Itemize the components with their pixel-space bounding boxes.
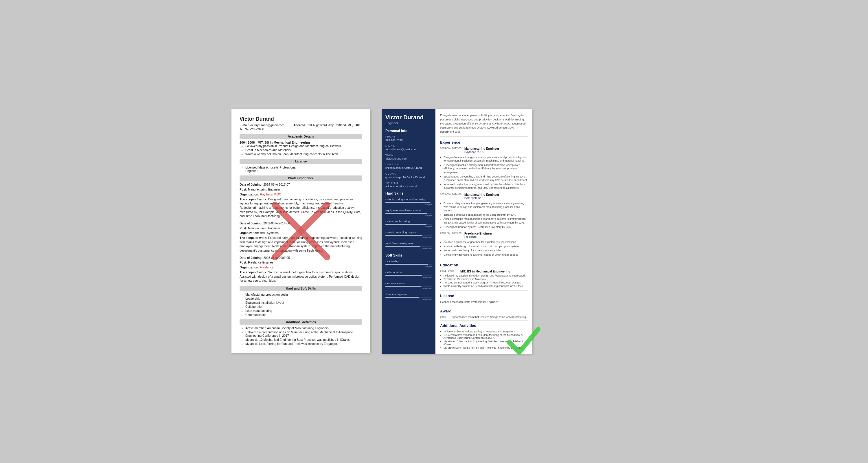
- sidebar-linkedin: LinkedIn linkedin.com/in/VictorJDurand: [385, 163, 432, 169]
- exp-role-3: Freelance Engineer: [464, 232, 492, 235]
- classic-work1-org: Organization: Raytheon IADC: [240, 192, 362, 197]
- classic-academic-bullet-3: Wrote a weekly column on Lean Manufactur…: [245, 152, 362, 156]
- sidebar-email: E-mail victorjdurand@gmail.com: [385, 144, 432, 151]
- edu-details-1: MIT, BS in Mechanical Engineering: [460, 269, 510, 273]
- classic-academic-dates: 2004-2008 - MIT, BS in Mechanical Engine…: [240, 141, 362, 144]
- classic-work1-scope: The scope of work: Designed manufacturin…: [240, 197, 362, 218]
- exp-bullet-3-4: Consistently delivered to customer needs…: [443, 253, 528, 257]
- modern-summary: Energetic mechanical engineer with 9+ ye…: [440, 113, 528, 136]
- edu-bullet-3: Pursued an independent study program in …: [443, 281, 528, 284]
- classic-name: Victor Durand: [240, 116, 362, 122]
- modern-title: Engineer: [385, 121, 432, 125]
- classic-resume-wrapper: Victor Durand E-Mail: victorjdurand@gmai…: [231, 109, 370, 353]
- classic-address: Address: 134 Rightward Way Portland, ME,…: [293, 123, 362, 127]
- classic-skill-3: Equipment installation layout: [245, 301, 362, 304]
- exp-entry-3: 2008-06 - 2009-05 Freelance Engineer Fre…: [440, 232, 528, 257]
- quora-value: quora.com/profile/VictorJDurand: [385, 175, 432, 179]
- exp-header-3: 2008-06 - 2009-05 Freelance Engineer Fre…: [440, 232, 528, 239]
- hard-skills-title: Hard Skills: [385, 192, 432, 196]
- modern-additional-2: Delivered a presentation on Lean Manufac…: [443, 334, 528, 339]
- classic-skill-4: Collaboration: [245, 305, 362, 308]
- classic-work2-scope: The scope of work: Executed daily manufa…: [240, 236, 362, 253]
- classic-email-label: E-Mail:: [240, 123, 249, 127]
- award-title: Award: [440, 309, 528, 313]
- classic-contact-row1: E-Mail: victorjdurand@gmail.com Address:…: [240, 123, 362, 127]
- hard-skill-4: Material Handling Layout Advanced: [385, 231, 432, 239]
- modern-additional-4: My article Lock Picking for Fun and Prof…: [443, 346, 528, 349]
- exp-company-1: Raytheon IADC: [464, 150, 499, 153]
- soft-skill-1: Leadership Expert: [385, 260, 432, 268]
- classic-email: E-Mail: victorjdurand@gmail.com: [240, 123, 284, 127]
- classic-skill-6: Communication: [245, 313, 362, 317]
- exp-details-3: Freelance Engineer Freelance: [464, 232, 492, 239]
- edu-header-1: 2004 - 2008 MIT, BS in Mechanical Engine…: [440, 269, 528, 273]
- exp-bullet-2-1: Executed daily manufacturing engineering…: [443, 202, 528, 212]
- skill-bar-fill-5: [385, 246, 421, 247]
- skill-bar-fill-4: [385, 235, 422, 236]
- quora-label: Quora: [385, 172, 432, 175]
- classic-email-value: victorjdurand@gmail.com: [250, 123, 284, 127]
- classic-work-3: Date of Joining: 2008-06 to 2009-05 Post…: [240, 256, 362, 283]
- soft-skill-bar-fill-1: [385, 264, 428, 265]
- exp-header-1: 2014-06 - 2017-07 Manufacturing Engineer…: [440, 147, 528, 154]
- hard-skill-3: Lean Manufacturing Expert: [385, 220, 432, 228]
- classic-work1-post: Post: Manufacturing Engineer: [240, 187, 362, 192]
- linkedin-label: LinkedIn: [385, 163, 432, 166]
- classic-address-value: 134 Rightward Way Portland, ME, 04019: [307, 123, 362, 127]
- classic-additional-1: Active member, American Society of Manuf…: [245, 326, 362, 330]
- classic-work2-org: Organization: BAE Systems: [240, 231, 362, 235]
- soft-skill-bar-fill-4: [385, 297, 419, 298]
- classic-academic-bullets: Followed my passion in Product Design an…: [245, 144, 362, 156]
- soft-skill-bar-bg-4: [385, 297, 432, 298]
- exp-dates-3: 2008-06 - 2009-05: [440, 232, 462, 239]
- classic-skill-5: Lean manufacturing: [245, 309, 362, 312]
- modern-resume: Victor Durand Engineer Personal Info Pho…: [382, 109, 532, 353]
- modern-additional-list: Active member, American Society of Manuf…: [443, 330, 528, 349]
- additional-title: Additional Activities: [440, 323, 528, 328]
- classic-work3-scope: The scope of work: Sourced a small motor…: [240, 270, 362, 283]
- exp-bullet-1-2: Redesigned machine arrangements departme…: [443, 163, 528, 174]
- classic-work3-date: Date of Joining: 2008-06 to 2009-05: [240, 256, 362, 260]
- exp-company-2: BAE Systems: [464, 196, 499, 200]
- classic-work1-date: Date of Joining: 2014-06 to 2017-07: [240, 182, 362, 187]
- classic-academic-header: Academic Details: [240, 134, 362, 139]
- phone-value: 978-289-2658: [385, 138, 432, 142]
- page-container: Victor Durand E-Mail: victorjdurand@gmai…: [231, 109, 637, 353]
- email-label: E-mail: [385, 144, 432, 147]
- award-row: 2015 Spearheaded team that received Shin…: [440, 316, 528, 319]
- soft-skill-bar-fill-3: [385, 286, 421, 287]
- classic-license-bullets: Licensed Massachusetts ProfessionalEngin…: [245, 166, 362, 173]
- exp-bullet-3-3: Performed CAD design for a new sports vi…: [443, 249, 528, 253]
- exp-bullet-2-2: Increased employee engagement in the Lea…: [443, 213, 528, 217]
- sidebar-quora: Quora quora.com/profile/VictorJDurand: [385, 172, 432, 179]
- divider-3: [440, 306, 528, 306]
- skill-bar-fill-2: [385, 213, 427, 214]
- exp-bullet-3-1: Sourced a small motor gear box for a cus…: [443, 240, 528, 244]
- hard-skill-1: Manufacturing Production Design Expert: [385, 198, 432, 206]
- twitter-value: twitter.com/VictorJDurand: [385, 185, 432, 188]
- classic-additional-3: My article 10 Mechanical Engineering Bes…: [245, 338, 362, 341]
- classic-work-2: Date of Joining: 2009-05 to 2014-06 Post…: [240, 221, 362, 253]
- soft-skills-title: Soft Skills: [385, 253, 432, 257]
- skill-bar-bg-1: [385, 202, 432, 203]
- classic-license-bullet-1: Licensed Massachusetts ProfessionalEngin…: [245, 166, 362, 173]
- exp-bullets-3: Sourced a small motor gear box for a cus…: [443, 240, 528, 257]
- twitter-label: Twitter: [385, 181, 432, 184]
- classic-additional-list: Active member, American Society of Manuf…: [245, 326, 362, 345]
- www-value: VictorDurand.com: [385, 157, 432, 160]
- classic-work3-post: Post: Freelance Engineer: [240, 260, 362, 265]
- divider-4: [440, 320, 528, 321]
- www-label: WWW: [385, 154, 432, 157]
- skill-bar-bg-4: [385, 235, 432, 236]
- classic-additional-4: My article Lock Picking for Fun and Prof…: [245, 342, 362, 345]
- classic-skill-1: Manufacturing production design: [245, 293, 362, 296]
- exp-header-2: 2009-05 - 2014-06 Manufacturing Engineer…: [440, 193, 528, 200]
- sidebar-phone: Phone 978-289-2658: [385, 135, 432, 142]
- classic-work2-post: Post: Manufacturing Engineer: [240, 226, 362, 230]
- classic-tel-label: Tel:: [240, 127, 244, 131]
- email-value: victorjdurand@gmail.com: [385, 148, 432, 151]
- license-title: License: [440, 294, 528, 298]
- soft-skill-bar-fill-2: [385, 275, 422, 276]
- skill-bar-fill-3: [385, 224, 427, 225]
- classic-academic-bullet-2: Great in Mechanics and Materials: [245, 148, 362, 152]
